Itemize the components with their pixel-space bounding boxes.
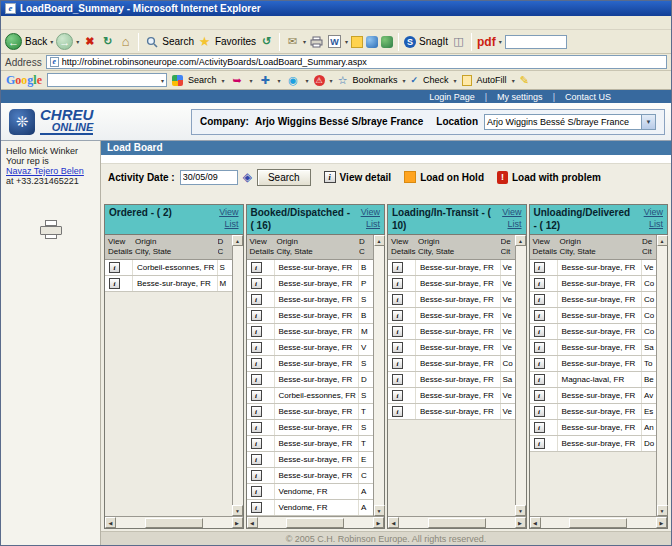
google-search-input[interactable]: ▾ [47,73,167,87]
snagit-window-icon[interactable]: ◫ [451,34,466,49]
popup-dropdown-icon[interactable]: ▾ [330,77,333,84]
messenger-icon[interactable] [366,36,378,48]
view-details-button[interactable]: i [534,422,545,433]
view-details-button[interactable]: i [251,262,262,273]
scroll-up-icon[interactable]: ▲ [374,235,385,246]
view-list-link[interactable]: View List [491,207,522,232]
view-details-button[interactable]: i [534,342,545,353]
scroll-down-icon[interactable]: ▼ [232,505,243,516]
view-list-link[interactable]: View List [351,207,380,232]
scrollbar-thumb[interactable] [428,518,486,528]
scroll-left-icon[interactable]: ◀ [247,517,258,528]
view-details-button[interactable]: i [392,262,403,273]
mail-dropdown-icon[interactable]: ▾ [303,38,306,45]
view-details-button[interactable]: i [251,422,262,433]
chat-icon[interactable]: ◉ [286,73,301,88]
favorites-label[interactable]: Favorites [215,36,256,47]
view-details-button[interactable]: i [534,438,545,449]
back-dropdown-icon[interactable]: ▾ [50,38,53,45]
google-search-dropdown-icon[interactable]: ▾ [222,77,225,84]
view-details-button[interactable]: i [251,310,262,321]
scroll-left-icon[interactable]: ◀ [388,517,399,528]
back-button[interactable]: ← [5,33,22,50]
msn-buddies-icon[interactable] [381,36,393,48]
popup-blocker-icon[interactable]: ⚠ [314,75,325,86]
view-details-button[interactable]: i [392,326,403,337]
pdf-menu[interactable]: pdf [477,35,496,49]
scroll-up-icon[interactable]: ▲ [515,235,526,246]
google-send-icon[interactable]: ➥ [230,73,245,88]
my-settings-link[interactable]: My settings [497,92,543,102]
vertical-scrollbar[interactable]: ▲ ▼ [515,235,526,516]
pagerank-icon[interactable]: ✚ [258,73,273,88]
search-label[interactable]: Search [162,36,194,47]
vertical-scrollbar[interactable]: ▲ ▼ [656,235,667,516]
horizontal-scrollbar[interactable]: ◀ ▶ [105,516,243,528]
calendar-picker-icon[interactable]: ◈ [243,170,252,184]
view-details-button[interactable]: i [534,310,545,321]
chat-dropdown-icon[interactable]: ▾ [306,77,309,84]
home-icon[interactable]: ⌂ [118,34,133,49]
check-label[interactable]: Check [423,75,449,85]
vertical-scrollbar[interactable]: ▲ ▼ [373,235,384,516]
view-details-button[interactable]: i [534,358,545,369]
google-search-button[interactable]: Search [188,75,217,85]
pdf-dropdown-icon[interactable]: ▾ [499,38,502,45]
view-details-button[interactable]: i [534,406,545,417]
view-list-link[interactable]: View List [634,207,663,232]
pagerank-dropdown-icon[interactable]: ▾ [278,77,281,84]
login-page-link[interactable]: Login Page [429,92,475,102]
scrollbar-thumb[interactable] [569,518,627,528]
print-page-icon[interactable] [39,220,63,239]
view-details-button[interactable]: i [109,262,120,273]
location-select[interactable]: Arjo Wiggins Bessé S/braye France ▼ [484,114,656,130]
view-details-button[interactable]: i [251,374,262,385]
view-details-button[interactable]: i [251,358,262,369]
view-details-button[interactable]: i [392,374,403,385]
view-details-button[interactable]: i [251,502,262,513]
activity-date-input[interactable] [180,170,238,185]
scroll-left-icon[interactable]: ◀ [530,517,541,528]
title-bar[interactable]: e LoadBoard_Summary - Microsoft Internet… [1,1,671,16]
autofill-label[interactable]: AutoFill [477,75,507,85]
horizontal-scrollbar[interactable]: ◀ ▶ [388,516,526,528]
view-details-button[interactable]: i [251,390,262,401]
view-details-button[interactable]: i [251,454,262,465]
scroll-down-icon[interactable]: ▼ [515,505,526,516]
view-details-button[interactable]: i [251,326,262,337]
check-dropdown-icon[interactable]: ▾ [454,77,457,84]
view-details-button[interactable]: i [534,262,545,273]
bookmarks-icon[interactable]: ☆ [338,74,348,87]
google-send-dropdown-icon[interactable]: ▾ [250,77,253,84]
snagit-label[interactable]: SnagIt [419,36,448,47]
favorites-icon[interactable]: ★ [197,34,212,49]
google-input-dropdown-icon[interactable]: ▾ [161,77,164,84]
pdf-search-input[interactable] [505,35,567,49]
refresh-icon[interactable]: ↻ [100,34,115,49]
print-icon[interactable] [309,34,324,49]
view-details-button[interactable]: i [251,294,262,305]
scrollbar-thumb[interactable] [286,518,344,528]
view-details-button[interactable]: i [251,406,262,417]
mail-icon[interactable]: ✉ [285,34,300,49]
view-details-button[interactable]: i [392,310,403,321]
history-icon[interactable]: ↺ [259,34,274,49]
view-details-button[interactable]: i [251,470,262,481]
rep-name-link[interactable]: Navaz Tejero Belen [6,166,84,176]
horizontal-scrollbar[interactable]: ◀ ▶ [247,516,385,528]
scroll-down-icon[interactable]: ▼ [374,505,385,516]
view-details-button[interactable]: i [109,278,120,289]
highlighter-icon[interactable]: ✎ [520,74,529,87]
view-details-button[interactable]: i [392,342,403,353]
scrollbar-thumb[interactable] [145,518,203,528]
check-icon[interactable]: ✓ [411,75,419,85]
edit-dropdown-icon[interactable]: ▾ [345,38,348,45]
view-details-button[interactable]: i [392,406,403,417]
snagit-icon[interactable]: S [404,36,416,48]
autofill-icon[interactable] [462,75,472,86]
scroll-right-icon[interactable]: ▶ [232,517,243,528]
location-dropdown-icon[interactable]: ▼ [641,115,655,129]
search-button[interactable]: Search [257,169,311,186]
bookmarks-label[interactable]: Bookmarks [353,75,398,85]
scroll-right-icon[interactable]: ▶ [515,517,526,528]
